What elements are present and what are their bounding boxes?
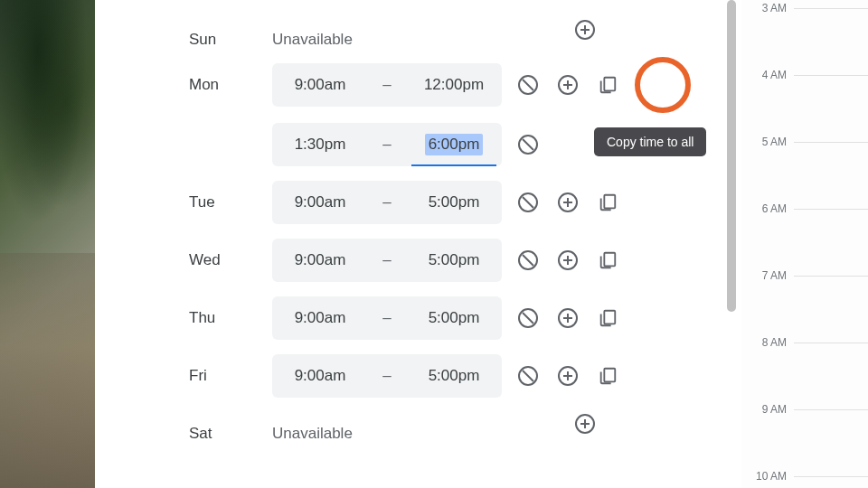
end-time-input[interactable]: 5:00pm — [406, 296, 502, 340]
day-label-sun: Sun — [189, 18, 272, 49]
add-slot-button[interactable] — [556, 73, 580, 97]
end-time-input[interactable]: 12:00pm — [406, 63, 502, 107]
start-time-input[interactable]: 9:00am — [272, 296, 368, 340]
time-dash: – — [368, 309, 406, 327]
start-time-input[interactable]: 9:00am — [272, 239, 368, 282]
svg-line-4 — [523, 80, 533, 90]
hour-label: 10 AM — [741, 470, 787, 483]
add-slot-button[interactable] — [556, 364, 580, 388]
hour-gridline — [794, 409, 868, 410]
end-time-input[interactable]: 5:00pm — [406, 181, 502, 224]
svg-line-10 — [523, 139, 533, 150]
svg-rect-34 — [604, 369, 615, 382]
hour-gridline — [794, 476, 868, 477]
day-row-wed: Wed 9:00am – 5:00pm — [95, 239, 741, 282]
start-time-input[interactable]: 1:30pm — [272, 123, 368, 166]
start-time-input[interactable]: 9:00am — [272, 354, 368, 398]
time-dash: – — [368, 193, 406, 211]
day-label-fri: Fri — [189, 354, 272, 385]
start-time-input[interactable]: 9:00am — [272, 63, 368, 107]
svg-line-24 — [523, 313, 533, 324]
time-slot: 9:00am – 5:00pm — [272, 354, 619, 398]
svg-rect-8 — [604, 78, 615, 91]
remove-slot-button[interactable] — [516, 73, 540, 97]
time-dash: – — [368, 136, 406, 154]
scrollbar[interactable] — [727, 0, 736, 325]
end-time-input[interactable]: 5:00pm — [406, 239, 502, 282]
copy-time-button[interactable] — [596, 73, 619, 97]
hour-gridline — [794, 209, 868, 210]
end-time-input[interactable]: 6:00pm — [406, 123, 502, 166]
add-slot-button[interactable] — [556, 191, 580, 214]
svg-line-30 — [523, 371, 533, 381]
hour-gridline — [794, 276, 868, 277]
hour-label: 3 AM — [741, 2, 787, 14]
hour-label: 4 AM — [741, 69, 787, 81]
time-slot: 9:00am – 5:00pm — [272, 181, 619, 224]
unavailable-text-sun: Unavailable — [272, 18, 353, 49]
time-slot: 1:30pm – 6:00pm — [272, 123, 619, 166]
end-time-input[interactable]: 5:00pm — [406, 354, 502, 398]
svg-rect-16 — [604, 195, 615, 209]
hour-label: 9 AM — [741, 403, 787, 416]
copy-time-button[interactable] — [596, 306, 619, 330]
availability-panel: Sun Unavailable Mon 9:00am – 12:00pm — [95, 0, 741, 488]
day-label-mon: Mon — [189, 63, 272, 94]
add-slot-button[interactable] — [556, 249, 580, 272]
hour-gridline — [794, 75, 868, 76]
time-slot: 9:00am – 5:00pm — [272, 296, 619, 340]
time-slot: 9:00am – 5:00pm — [272, 239, 619, 282]
day-row-sun: Sun Unavailable — [95, 18, 741, 49]
svg-line-18 — [523, 255, 533, 266]
remove-slot-button[interactable] — [516, 133, 540, 156]
day-label-wed: Wed — [189, 239, 272, 269]
start-time-input[interactable]: 9:00am — [272, 181, 368, 224]
day-row-sat: Sat Unavailable — [95, 412, 741, 443]
remove-slot-button[interactable] — [516, 364, 540, 388]
hour-gridline — [794, 142, 868, 143]
add-slot-button[interactable] — [556, 306, 580, 330]
day-label-thu: Thu — [189, 296, 272, 327]
time-dash: – — [368, 76, 406, 94]
svg-rect-22 — [604, 253, 615, 267]
remove-slot-button[interactable] — [516, 191, 540, 214]
scrollbar-thumb[interactable] — [727, 0, 736, 312]
time-slot: 9:00am – 12:00pm — [272, 63, 619, 107]
calendar-hour-strip: 3 AM 4 AM 5 AM 6 AM 7 AM 8 AM 9 AM 10 AM — [741, 0, 868, 488]
time-dash: – — [368, 367, 406, 385]
hour-label: 6 AM — [741, 202, 787, 215]
unavailable-text-sat: Unavailable — [272, 412, 353, 443]
add-slot-button[interactable] — [573, 18, 597, 42]
copy-time-button[interactable] — [596, 364, 619, 388]
hour-gridline — [794, 343, 868, 343]
time-dash: – — [368, 251, 406, 269]
remove-slot-button[interactable] — [516, 249, 540, 272]
svg-line-12 — [523, 197, 533, 208]
day-label-sat: Sat — [189, 412, 272, 443]
add-slot-button[interactable] — [573, 412, 597, 436]
day-row-fri: Fri 9:00am – 5:00pm — [95, 354, 741, 398]
day-row-thu: Thu 9:00am – 5:00pm — [95, 296, 741, 340]
background-image-left — [0, 0, 95, 488]
remove-slot-button[interactable] — [516, 306, 540, 330]
copy-time-button[interactable] — [596, 191, 619, 214]
copy-time-button[interactable] — [596, 249, 619, 272]
day-row-tue: Tue 9:00am – 5:00pm — [95, 181, 741, 224]
hour-label: 7 AM — [741, 269, 787, 282]
hour-gridline — [794, 8, 868, 9]
hour-label: 8 AM — [741, 336, 787, 349]
hour-label: 5 AM — [741, 136, 787, 148]
copy-time-tooltip: Copy time to all — [594, 127, 706, 156]
svg-rect-28 — [604, 311, 615, 324]
day-label-tue: Tue — [189, 181, 272, 211]
